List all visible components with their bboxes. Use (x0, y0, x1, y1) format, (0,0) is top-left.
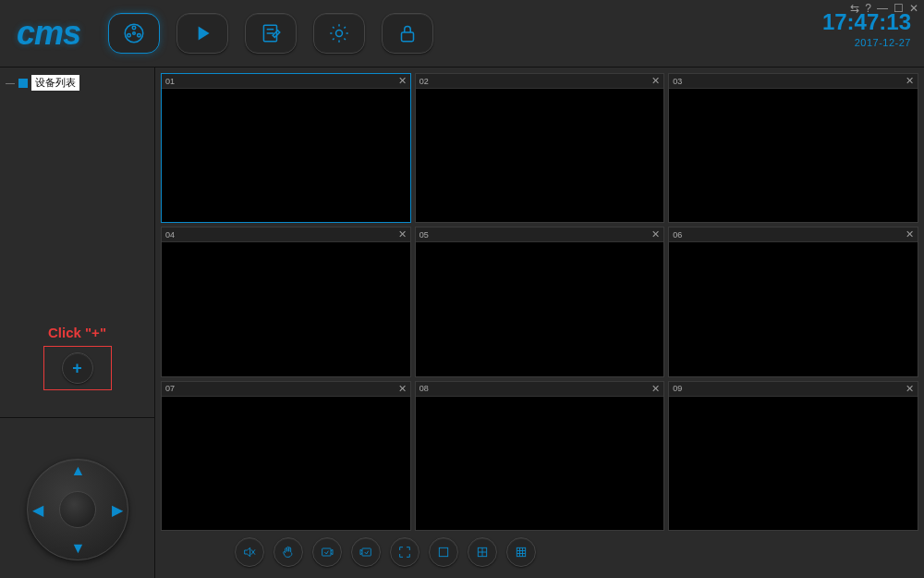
svg-point-4 (133, 32, 136, 35)
fullscreen-button[interactable] (390, 537, 419, 567)
hand-button[interactable] (274, 537, 303, 567)
layout-1-icon (436, 545, 451, 560)
tree-root-label: 设备列表 (31, 75, 79, 91)
snapshot-in-icon (320, 545, 334, 560)
video-cell-label: 04 (165, 230, 175, 240)
svg-point-8 (336, 31, 343, 37)
video-cell-close-button[interactable]: ✕ (398, 75, 407, 87)
video-cell[interactable]: 07✕ (161, 381, 411, 531)
video-cell[interactable]: 04✕ (161, 227, 411, 376)
nav-log-button[interactable] (245, 13, 297, 54)
video-cell[interactable]: 02✕ (415, 73, 665, 223)
video-cell-label: 08 (419, 384, 429, 393)
mute-button[interactable] (235, 537, 264, 567)
svg-point-0 (125, 24, 143, 43)
video-grid: 01✕02✕03✕04✕05✕06✕07✕08✕09✕ (161, 73, 918, 531)
add-device-button[interactable]: + (62, 352, 93, 384)
layout-9-icon (514, 545, 529, 560)
video-cell-header: 02✕ (416, 74, 664, 89)
nav-playback-button[interactable] (176, 13, 228, 54)
tree-root-item[interactable]: — 设备列表 (6, 75, 79, 91)
log-icon (259, 21, 283, 45)
plus-icon: + (72, 359, 82, 378)
layout-1-button[interactable] (429, 537, 458, 567)
snapshot-in-button[interactable] (312, 537, 342, 567)
svg-point-1 (132, 26, 135, 29)
app-logo: cms (11, 14, 80, 53)
svg-point-3 (138, 33, 140, 36)
video-cell-label: 02 (419, 77, 429, 86)
video-cell-header: 07✕ (162, 382, 410, 397)
video-cell-label: 05 (419, 230, 429, 240)
ptz-center-button[interactable] (59, 491, 96, 528)
nav-live-button[interactable] (108, 13, 160, 54)
clock-time: 17:47:13 (822, 9, 911, 35)
video-cell-close-button[interactable]: ✕ (651, 383, 660, 395)
bottom-toolbar (161, 531, 918, 573)
video-cell-header: 01✕ (162, 74, 410, 89)
video-cell-close-button[interactable]: ✕ (906, 75, 914, 87)
video-cell-label: 01 (165, 77, 175, 86)
layout-4-button[interactable] (468, 537, 497, 567)
mute-icon (242, 545, 257, 560)
nav-settings-button[interactable] (313, 13, 365, 54)
ptz-control: ▲ ▼ ◀ ▶ (18, 449, 138, 570)
app-header: cms 17:47:13 2017-12-27 (0, 0, 924, 67)
sidebar: — 设备列表 Click "+" + ▲ ▼ ◀ ▶ (0, 68, 155, 578)
ptz-up-button[interactable]: ▲ (71, 462, 86, 479)
ptz-left-button[interactable]: ◀ (32, 501, 43, 519)
video-cell-close-button[interactable]: ✕ (398, 228, 407, 240)
video-cell-label: 06 (673, 230, 682, 240)
video-cell-label: 03 (673, 77, 682, 86)
snapshot-out-icon (359, 545, 373, 560)
video-cell-close-button[interactable]: ✕ (651, 228, 660, 240)
video-cell[interactable]: 05✕ (415, 227, 665, 376)
video-cell-header: 05✕ (416, 228, 664, 242)
snapshot-out-button[interactable] (351, 537, 381, 567)
clock: 17:47:13 2017-12-27 (822, 9, 911, 48)
video-cell-close-button[interactable]: ✕ (398, 383, 407, 395)
video-cell-header: 04✕ (162, 228, 410, 242)
device-tree: — 设备列表 (0, 68, 154, 98)
layout-4-icon (475, 545, 490, 560)
video-cell[interactable]: 09✕ (668, 381, 918, 531)
ptz-right-button[interactable]: ▶ (112, 501, 123, 519)
svg-rect-12 (322, 548, 331, 556)
layout-9-button[interactable] (506, 537, 536, 567)
add-device-block: Click "+" + (43, 325, 112, 390)
play-icon (190, 21, 214, 45)
video-cell[interactable]: 08✕ (415, 381, 665, 531)
add-device-highlight: + (43, 346, 112, 390)
video-cell-label: 09 (673, 384, 682, 393)
video-cell-header: 08✕ (416, 382, 664, 397)
nav-lock-button[interactable] (382, 13, 433, 54)
clock-date: 2017-12-27 (822, 37, 911, 48)
gear-icon (327, 21, 351, 45)
video-cell-close-button[interactable]: ✕ (906, 228, 914, 240)
nav-buttons (108, 13, 433, 54)
lock-icon (395, 21, 419, 45)
device-list-icon (18, 79, 28, 88)
video-cell-header: 03✕ (669, 74, 918, 89)
video-cell[interactable]: 03✕ (668, 73, 918, 223)
video-cell-close-button[interactable]: ✕ (906, 383, 914, 395)
main-area: 01✕02✕03✕04✕05✕06✕07✕08✕09✕ (155, 68, 924, 578)
svg-point-2 (128, 33, 130, 36)
sidebar-divider (0, 417, 154, 418)
video-cell[interactable]: 06✕ (668, 227, 918, 376)
reel-icon (122, 21, 146, 45)
video-cell-close-button[interactable]: ✕ (651, 75, 660, 87)
tree-toggle-icon[interactable]: — (6, 78, 15, 88)
ptz-down-button[interactable]: ▼ (71, 540, 86, 557)
video-cell-header: 09✕ (669, 382, 918, 397)
fullscreen-icon (397, 545, 412, 560)
video-cell[interactable]: 01✕ (161, 73, 411, 223)
svg-rect-18 (517, 547, 525, 556)
hand-icon (281, 545, 296, 560)
video-cell-header: 06✕ (669, 228, 918, 242)
svg-rect-13 (362, 548, 371, 556)
svg-rect-9 (402, 32, 414, 42)
add-device-hint: Click "+" (43, 325, 112, 340)
body: — 设备列表 Click "+" + ▲ ▼ ◀ ▶ (0, 68, 924, 578)
video-cell-label: 07 (165, 384, 175, 393)
